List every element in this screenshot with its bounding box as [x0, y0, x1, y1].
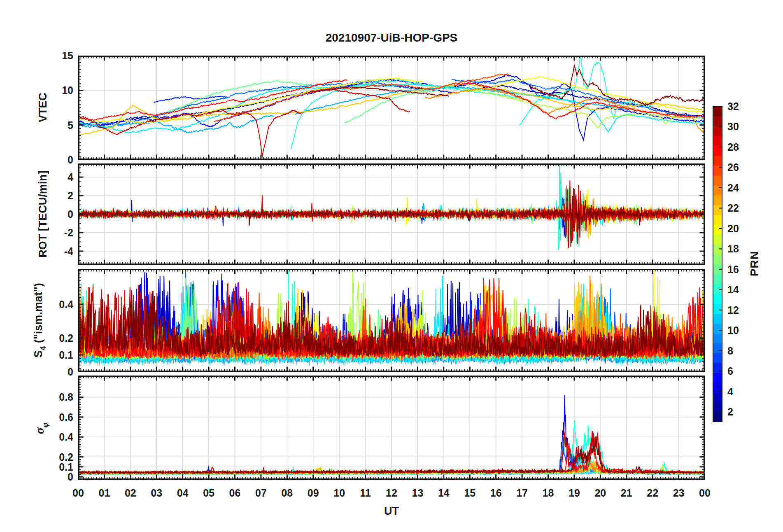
- prn-colorbar-tick-label: 28: [727, 141, 752, 153]
- s4-plot-area: [78, 269, 705, 372]
- s4-y-tick-label: 0.1: [0, 349, 73, 361]
- x-tick-label: 20: [590, 487, 611, 499]
- sigma_phi-y-tick-label: 0.4: [0, 431, 73, 443]
- x-tick-label: 00: [694, 487, 715, 499]
- vtec-y-tick-label: 0: [0, 154, 73, 166]
- sigma_phi-y-tick-label: 0.6: [0, 411, 73, 423]
- prn-colorbar-tick-label: 32: [727, 100, 752, 112]
- x-tick-label: 02: [120, 487, 141, 499]
- prn-colorbar-tick-label: 18: [727, 243, 752, 255]
- rot-y-tick-label: 4: [0, 171, 73, 183]
- rot-y-tick-label: -4: [0, 245, 73, 257]
- x-tick-label: 03: [146, 487, 167, 499]
- vtec-axis-label: VTEC: [37, 93, 49, 122]
- x-tick-label: 07: [251, 487, 271, 499]
- x-tick-label: 21: [616, 487, 637, 499]
- s4-y-tick-label: 0: [0, 366, 73, 378]
- prn-colorbar-tick-label: 16: [727, 263, 752, 275]
- x-tick-label: 14: [433, 487, 454, 499]
- x-tick-label: 15: [459, 487, 480, 499]
- prn-colorbar-tick-label: 26: [727, 161, 752, 173]
- vtec-y-tick-label: 10: [0, 84, 73, 96]
- x-tick-label: 05: [198, 487, 219, 499]
- x-tick-label: 08: [277, 487, 297, 499]
- x-tick-label: 18: [538, 487, 559, 499]
- prn-colorbar-tick-label: 20: [727, 222, 752, 235]
- x-tick-label: 22: [642, 487, 663, 499]
- rot-y-tick-label: 2: [0, 189, 73, 202]
- x-tick-label: 12: [381, 487, 402, 499]
- prn-colorbar-tick-label: 8: [727, 345, 752, 357]
- prn-colorbar-tick-label: 14: [727, 283, 752, 296]
- x-tick-label: 01: [94, 487, 114, 499]
- s4-y-tick-label: 0.2: [0, 332, 73, 344]
- ut-axis-label: UT: [384, 505, 399, 518]
- sigma_phi-y-tick-label: 0.2: [0, 451, 73, 463]
- prn-colorbar-tick-label: 4: [727, 385, 752, 398]
- figure-title: 20210907-UiB-HOP-GPS: [326, 31, 458, 44]
- prn-colorbar: [713, 106, 722, 422]
- prn-colorbar-tick-label: 30: [727, 120, 752, 133]
- rot-plot-area: [78, 163, 705, 265]
- prn-colorbar-tick-label: 10: [727, 324, 752, 336]
- x-tick-label: 19: [564, 487, 585, 499]
- s4-axis-label: S4 ("ism.mat"): [32, 283, 47, 357]
- x-tick-label: 16: [486, 487, 506, 499]
- x-tick-label: 13: [407, 487, 428, 499]
- prn-colorbar-tick-label: 24: [727, 182, 752, 194]
- vtec-y-tick-label: 5: [0, 119, 73, 131]
- sigma_phi-y-tick-label: 0.8: [0, 391, 73, 403]
- x-tick-label: 11: [355, 487, 376, 499]
- prn-colorbar-tick-label: 22: [727, 202, 752, 214]
- figure: 20210907-UiB-HOP-GPS VTEC ROT [TECU/min]…: [0, 0, 783, 532]
- prn-colorbar-tick-label: 6: [727, 365, 752, 377]
- vtec-y-tick-label: 15: [0, 49, 73, 62]
- x-tick-label: 00: [68, 487, 89, 499]
- vtec-plot-area: [78, 56, 705, 160]
- x-tick-label: 17: [512, 487, 532, 499]
- prn-colorbar-tick-label: 2: [727, 406, 752, 418]
- sigma-phi-plot-area: [78, 376, 705, 480]
- rot-y-tick-label: -2: [0, 226, 73, 239]
- rot-y-tick-label: 0: [0, 208, 73, 220]
- s4-y-tick-label: 0.4: [0, 298, 73, 310]
- x-tick-label: 09: [303, 487, 324, 499]
- x-tick-label: 06: [225, 487, 245, 499]
- x-tick-label: 23: [669, 487, 689, 499]
- x-tick-label: 04: [172, 487, 193, 499]
- prn-colorbar-tick-label: 12: [727, 304, 752, 316]
- x-tick-label: 10: [329, 487, 350, 499]
